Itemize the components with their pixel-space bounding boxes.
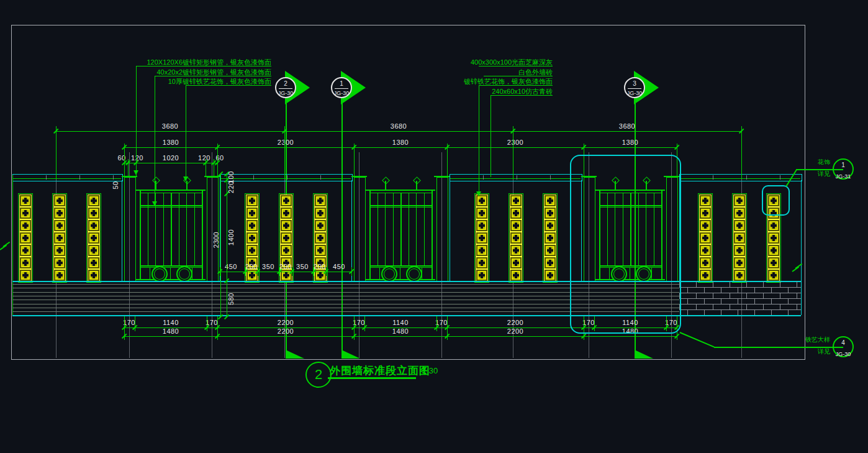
wall-coping (450, 174, 582, 181)
lattice-cell (53, 219, 66, 232)
section-callout-2: 2 JG-30 (275, 77, 296, 98)
dim-label: 120 (131, 155, 143, 162)
annotation-steel-tube-40: 40x20x2镀锌矩形钢管，银灰色漆饰面 (156, 69, 271, 76)
gate-bar (148, 193, 148, 265)
leader-line (155, 76, 155, 206)
lattice-cell (19, 257, 32, 269)
extension-line (56, 126, 57, 179)
lattice-cell (53, 207, 66, 219)
lattice-cell (544, 232, 556, 244)
lattice-cell (19, 244, 32, 257)
gate-bar (377, 193, 378, 265)
brick-joint (771, 287, 772, 293)
lattice-cell (53, 232, 66, 244)
drawing-scale: 1:30 (422, 366, 438, 375)
lattice-cell (699, 207, 712, 219)
lattice-cell (699, 194, 712, 207)
callout-sheet-ref: JG-30 (276, 89, 295, 96)
lattice-cell (19, 219, 32, 232)
gate-rail (369, 267, 432, 268)
lattice-cell (280, 244, 292, 257)
annotation-underline (479, 66, 553, 66)
lattice-cell (314, 207, 327, 219)
brick-joint (754, 287, 755, 293)
brick-joint (797, 304, 797, 309)
lattice-cell (53, 194, 66, 207)
gate-frame (432, 190, 433, 280)
extension-line (124, 331, 125, 340)
gate-bottom-rail (366, 279, 435, 280)
lattice-cell (88, 219, 100, 232)
lattice-cell (733, 269, 746, 281)
leader-line (491, 95, 491, 177)
wall-end-line (801, 180, 802, 315)
wall-left-edge (12, 175, 13, 315)
callout-sheet-ref: JG-31 (834, 174, 852, 180)
extension-line (354, 144, 355, 176)
pier (124, 177, 136, 282)
lattice-cell (476, 257, 488, 269)
lattice-cell (510, 219, 522, 232)
section-line (341, 98, 343, 359)
brick-joint (713, 281, 713, 287)
lattice-cell (246, 244, 258, 257)
extension-line (217, 316, 218, 331)
brick-joint (771, 309, 772, 315)
extension-line (447, 316, 448, 331)
lattice-cell (476, 232, 488, 244)
lattice-cell (767, 244, 780, 257)
annotation-underline (491, 95, 553, 96)
gate-bar (179, 193, 179, 265)
lattice-cell (246, 194, 258, 207)
dimension-line (220, 174, 221, 317)
brick-joint (763, 293, 764, 298)
lattice-cell (246, 219, 258, 232)
gate-bar (424, 193, 425, 265)
gate-bar (409, 193, 409, 265)
extension-line (513, 126, 513, 179)
brick-joint (788, 298, 789, 304)
dim-label: 2300 (278, 139, 294, 146)
lattice-cell (53, 244, 66, 257)
annotation-underline (484, 76, 553, 76)
wall-end-line (351, 180, 352, 281)
extension-line (364, 316, 365, 331)
dim-label: 2200 (278, 328, 294, 335)
dim-label: 1480 (163, 328, 179, 335)
coping-line (220, 178, 351, 179)
gate-ring-ornament (406, 266, 422, 282)
dim-label: 3680 (619, 123, 635, 130)
extension-line (217, 331, 218, 340)
brick-joint (696, 281, 697, 287)
lattice-cell (510, 194, 522, 207)
wall-coping (220, 174, 353, 181)
callout-circle: 1 JG-30 (331, 77, 352, 98)
dim-label: 170 (123, 319, 135, 326)
gate-ring-ornament (151, 266, 168, 282)
lattice-cell (19, 232, 32, 244)
brick-joint (704, 298, 705, 304)
dim-label: 220 (228, 181, 235, 193)
brick-joint (730, 304, 730, 309)
lattice-cell (767, 219, 780, 232)
lattice-cell (246, 207, 258, 219)
dim-label: 120 (198, 155, 210, 162)
lattice-cell (314, 232, 327, 244)
gate-bar (170, 267, 171, 279)
dim-label: 350 (262, 263, 274, 270)
lattice-cell (476, 269, 488, 281)
coping-joint (253, 175, 254, 180)
lattice-cell (280, 232, 292, 244)
plinth-bottom-line (12, 315, 801, 316)
extension-line (206, 159, 206, 176)
brick-joint (771, 298, 772, 304)
callout-number: 2 (279, 81, 292, 89)
gate-bar (186, 193, 187, 265)
brick-joint (687, 298, 688, 304)
lattice-cell (88, 244, 100, 257)
callout-label: 详见 (818, 349, 830, 355)
gate-bar (150, 267, 150, 279)
brick-joint (704, 287, 705, 293)
dim-label: 1480 (392, 328, 409, 335)
annotation-underline (186, 85, 271, 86)
